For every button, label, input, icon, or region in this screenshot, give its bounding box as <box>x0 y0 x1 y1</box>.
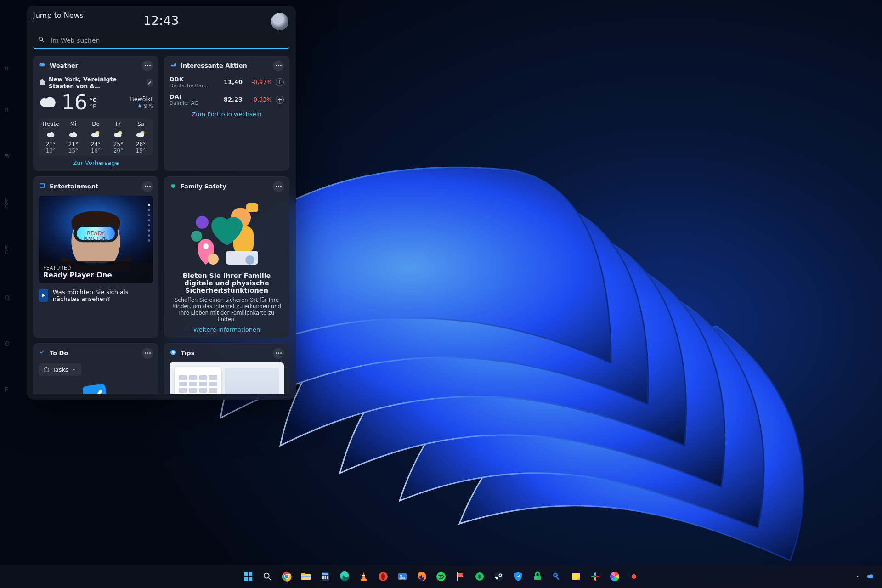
family-heading: Bieten Sie Ihrer Familie digitale und ph… <box>170 272 284 294</box>
svg-rect-34 <box>301 573 305 575</box>
svg-point-16 <box>191 231 202 242</box>
taskbar-keepass[interactable] <box>549 569 565 584</box>
check-icon <box>39 349 46 357</box>
forecast-day[interactable]: Sa26°15° <box>130 121 152 154</box>
forecast-day[interactable]: Fr25°20° <box>107 121 130 154</box>
more-button[interactable] <box>142 181 153 192</box>
taskbar-savings[interactable]: $ <box>472 569 487 584</box>
svg-point-56 <box>494 572 503 581</box>
taskbar-photos[interactable] <box>395 569 410 584</box>
svg-line-30 <box>269 578 271 580</box>
card-title: Weather <box>50 62 78 69</box>
svg-point-32 <box>285 575 288 578</box>
svg-rect-53 <box>457 572 458 581</box>
card-title: Entertainment <box>50 183 98 190</box>
taskbar-edge[interactable] <box>337 569 352 584</box>
stock-row[interactable]: DBKDeutsche Ban… 11,40-0,97% + <box>170 76 284 89</box>
taskbar-stickynotes[interactable] <box>568 569 584 584</box>
family-safety-widget[interactable]: Family Safety Bi <box>164 176 289 338</box>
taskbar-lock[interactable] <box>530 569 545 584</box>
featured-label: FEATURED <box>43 265 148 271</box>
web-search-bar[interactable] <box>33 33 289 49</box>
taskbar-colorwheel[interactable] <box>607 569 622 584</box>
taskbar-flag[interactable] <box>452 569 468 584</box>
location-text: New York, Vereinigte Staaten von A… <box>49 76 144 90</box>
taskbar-explorer[interactable] <box>298 569 314 584</box>
portfolio-link[interactable]: Zum Portfolio wechseln <box>170 111 284 118</box>
taskbar-slack[interactable] <box>588 569 603 584</box>
svg-rect-38 <box>322 576 324 577</box>
user-avatar[interactable] <box>271 13 288 30</box>
unit-toggle[interactable]: °C °F <box>90 97 97 110</box>
taskbar-start[interactable] <box>240 569 256 584</box>
entertainment-prompt: Was möchten Sie sich als nächstes ansehe… <box>53 288 153 302</box>
taskbar-chrome[interactable] <box>279 569 294 584</box>
svg-rect-35 <box>301 576 311 577</box>
svg-rect-28 <box>249 577 252 581</box>
taskbar-dot[interactable] <box>626 569 642 584</box>
taskbar-search[interactable] <box>260 569 275 584</box>
more-button[interactable] <box>142 60 153 71</box>
carousel-dots[interactable] <box>148 204 150 242</box>
svg-rect-42 <box>325 577 326 579</box>
svg-rect-43 <box>327 577 328 579</box>
entertainment-widget[interactable]: Entertainment READ <box>33 176 158 338</box>
svg-rect-26 <box>249 572 252 576</box>
taskbar-steam[interactable] <box>491 569 507 584</box>
search-icon <box>38 36 45 45</box>
svg-line-1 <box>42 40 44 42</box>
weather-widget[interactable]: Weather New York, Vereinigte Staaten von… <box>33 56 158 171</box>
taskbar-shield[interactable] <box>510 569 526 584</box>
jump-to-news-tooltip[interactable]: Jump to News <box>33 11 84 20</box>
card-title: Tips <box>181 350 194 356</box>
svg-rect-41 <box>322 577 324 579</box>
add-stock-button[interactable]: + <box>276 96 284 104</box>
svg-point-70 <box>632 574 636 579</box>
card-title: Family Safety <box>181 183 226 190</box>
featured-poster[interactable]: READY PLAYER ONE FEATURED Ready Player O… <box>39 196 153 283</box>
featured-title: Ready Player One <box>43 271 148 279</box>
more-button[interactable] <box>273 348 284 359</box>
forecast-day[interactable]: Mi21°15° <box>62 121 85 154</box>
svg-point-63 <box>554 574 556 576</box>
more-button[interactable] <box>142 348 153 359</box>
system-tray[interactable] <box>854 572 875 581</box>
svg-rect-20 <box>246 203 258 212</box>
svg-rect-25 <box>244 572 248 576</box>
more-button[interactable] <box>273 181 284 192</box>
todo-widget[interactable]: To Do Tasks Get started with To Do <box>33 343 158 394</box>
family-icon <box>170 182 177 191</box>
more-button[interactable] <box>273 60 284 71</box>
home-icon <box>39 78 46 87</box>
taskbar-vlc[interactable] <box>356 569 372 584</box>
tasks-chip[interactable]: Tasks <box>39 363 81 376</box>
forecast-day[interactable]: Do24°18° <box>85 121 107 154</box>
family-illustration <box>170 195 284 268</box>
stocks-widget[interactable]: Interessante Aktien DBKDeutsche Ban… 11,… <box>164 56 289 171</box>
tips-widget[interactable]: Tips Open the widgets board <box>164 343 289 394</box>
stock-row[interactable]: DAIDaimler AG 82,23-0,93% + <box>170 93 284 106</box>
taskbar-calculator[interactable] <box>317 569 333 584</box>
svg-text:PLAYER ONE: PLAYER ONE <box>84 236 108 241</box>
add-stock-button[interactable]: + <box>276 78 284 86</box>
svg-rect-66 <box>594 572 596 576</box>
search-input[interactable] <box>50 36 285 45</box>
svg-rect-27 <box>244 577 248 581</box>
forecast-day[interactable]: Heute21°13° <box>40 121 62 154</box>
svg-point-15 <box>196 216 209 229</box>
taskbar-opera[interactable] <box>375 569 391 584</box>
taskbar-spotify[interactable] <box>433 569 449 584</box>
taskbar-firefox[interactable] <box>414 569 430 584</box>
svg-point-24 <box>172 351 174 354</box>
svg-point-21 <box>208 254 219 265</box>
tray-chevron-icon[interactable] <box>854 573 861 580</box>
onedrive-icon[interactable] <box>866 572 875 581</box>
svg-text:$: $ <box>478 573 481 580</box>
movies-icon <box>39 182 46 191</box>
card-title: Interessante Aktien <box>181 62 247 69</box>
tips-screenshot <box>170 362 284 394</box>
svg-point-19 <box>245 255 254 265</box>
family-link[interactable]: Weitere Informationen <box>170 326 284 333</box>
edit-location-button[interactable] <box>147 79 153 87</box>
forecast-link[interactable]: Zur Vorhersage <box>39 159 153 166</box>
